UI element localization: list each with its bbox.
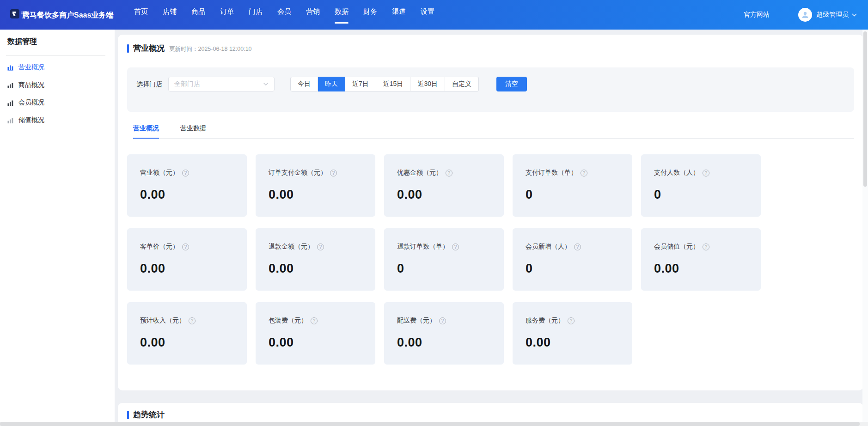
horizontal-scrollbar-thumb[interactable] [0, 422, 860, 426]
nav-item-shop[interactable]: 店铺 [155, 0, 184, 30]
nav-item-settings[interactable]: 设置 [413, 0, 442, 30]
range-button-custom[interactable]: 自定义 [445, 77, 479, 91]
stats-grid: 营业额（元）?0.00订单支付金额（元）?0.00优惠金额（元）?0.00支付订… [127, 154, 854, 365]
sidebar-menu: 营业概况商品概况会员概况储值概况 [0, 59, 115, 129]
help-icon[interactable]: ? [182, 170, 189, 176]
help-icon[interactable]: ? [189, 317, 196, 324]
horizontal-scrollbar[interactable] [0, 422, 868, 426]
section-header: 营业概况 更新时间：2025-06-18 12:00:10 [118, 35, 863, 54]
vertical-scrollbar[interactable] [862, 30, 868, 422]
sidebar-item-business-overview[interactable]: 营业概况 [0, 59, 115, 76]
chevron-down-icon [852, 13, 857, 17]
sidebar-item-goods-overview[interactable]: 商品概况 [0, 76, 115, 94]
stat-value: 0.00 [397, 335, 499, 350]
help-icon[interactable]: ? [703, 170, 709, 176]
brand[interactable]: 腾马餐饮多商户Saas业务端 [10, 9, 120, 20]
official-site-link[interactable]: 官方网站 [744, 11, 770, 19]
stat-card: 会员新增（人）?0 [513, 228, 632, 291]
chevron-down-icon [263, 82, 269, 86]
range-button-last15days[interactable]: 近15日 [376, 77, 411, 91]
title-accent-bar [127, 411, 129, 419]
store-select-placeholder: 全部门店 [174, 80, 200, 88]
stat-card: 预计收入（元）?0.00 [127, 302, 247, 365]
updated-time: 更新时间：2025-06-18 12:00:10 [169, 44, 252, 53]
sidebar-item-label: 商品概况 [18, 81, 44, 89]
business-overview-panel: 营业概况 更新时间：2025-06-18 12:00:10 选择门店 全部门店 … [118, 35, 863, 390]
bar-chart-icon [7, 117, 14, 124]
range-button-last7days[interactable]: 近7日 [345, 77, 376, 91]
updated-value: 2025-06-18 12:00:10 [198, 46, 252, 52]
stat-value: 0.00 [269, 262, 371, 276]
stat-card: 配送费（元）?0.00 [384, 302, 504, 365]
stat-label-row: 退款金额（元）? [269, 243, 371, 251]
help-icon[interactable]: ? [317, 243, 324, 250]
stat-label-row: 配送费（元）? [397, 316, 499, 325]
tab-business-data[interactable]: 营业数据 [180, 124, 206, 139]
overview-tabs: 营业概况营业数据 [133, 124, 854, 139]
user-name: 超级管理员 [816, 11, 849, 19]
stat-label: 营业额（元） [140, 169, 179, 177]
store-select-label: 选择门店 [136, 77, 162, 91]
stat-label: 会员储值（元） [654, 243, 699, 251]
nav-item-finance[interactable]: 财务 [356, 0, 385, 30]
brand-logo-tagline [21, 12, 28, 15]
main-nav: 首页店铺商品订单门店会员营销数据财务渠道设置 [127, 0, 442, 30]
sidebar-title: 数据管理 [0, 30, 115, 47]
stat-label: 会员新增（人） [526, 243, 571, 251]
sidebar-item-member-overview[interactable]: 会员概况 [0, 94, 115, 111]
nav-item-order[interactable]: 订单 [213, 0, 241, 30]
range-button-yesterday[interactable]: 昨天 [318, 77, 345, 91]
help-icon[interactable]: ? [703, 243, 709, 250]
stat-card: 退款订单数（单）?0 [384, 228, 504, 291]
stat-value: 0.00 [654, 262, 756, 276]
navbar-right: 官方网站 超级管理员 [744, 8, 857, 22]
stat-label-row: 营业额（元）? [140, 169, 242, 177]
nav-item-goods[interactable]: 商品 [184, 0, 213, 30]
stat-label-row: 会员新增（人）? [526, 243, 628, 251]
stat-value: 0.00 [269, 335, 371, 350]
stat-value: 0.00 [526, 335, 628, 350]
help-icon[interactable]: ? [568, 317, 575, 324]
sidebar-item-stored-value-overview[interactable]: 储值概况 [0, 111, 115, 129]
user-menu[interactable]: 超级管理员 [798, 8, 857, 22]
range-button-last30days[interactable]: 近30日 [410, 77, 445, 91]
help-icon[interactable]: ? [182, 243, 189, 250]
bar-chart-icon [7, 99, 14, 106]
help-icon[interactable]: ? [452, 243, 459, 250]
stat-value: 0 [526, 188, 628, 202]
help-icon[interactable]: ? [311, 317, 318, 324]
nav-item-member[interactable]: 会员 [270, 0, 299, 30]
nav-item-data[interactable]: 数据 [327, 0, 356, 30]
brand-title: 腾马餐饮多商户Saas业务端 [22, 10, 115, 20]
stat-label: 支付人数（人） [654, 169, 699, 177]
stat-label-row: 服务费（元）? [526, 316, 628, 325]
vertical-scrollbar-thumb[interactable] [863, 31, 867, 187]
stat-label-row: 退款订单数（单）? [397, 243, 499, 251]
stat-label: 客单价（元） [140, 243, 179, 251]
nav-item-home[interactable]: 首页 [127, 0, 155, 30]
nav-item-channel[interactable]: 渠道 [385, 0, 413, 30]
stat-label-row: 预计收入（元）? [140, 316, 242, 325]
stat-card: 订单支付金额（元）?0.00 [256, 154, 375, 217]
tab-business-overview[interactable]: 营业概况 [133, 124, 159, 139]
brand-logo-glyph [12, 11, 18, 17]
nav-item-marketing[interactable]: 营销 [299, 0, 327, 30]
user-icon [801, 11, 809, 19]
help-icon[interactable]: ? [581, 170, 587, 176]
help-icon[interactable]: ? [330, 170, 337, 176]
stat-label-row: 优惠金额（元）? [397, 169, 499, 177]
range-button-today[interactable]: 今日 [290, 77, 318, 91]
help-icon[interactable]: ? [574, 243, 581, 250]
store-select[interactable]: 全部门店 [168, 77, 275, 91]
stat-label: 订单支付金额（元） [269, 169, 327, 177]
top-navbar: 腾马餐饮多商户Saas业务端 首页店铺商品订单门店会员营销数据财务渠道设置 官方… [0, 0, 868, 30]
sidebar-item-label: 营业概况 [18, 63, 44, 72]
nav-item-store[interactable]: 门店 [241, 0, 270, 30]
stat-label-row: 支付订单数（单）? [526, 169, 628, 177]
help-icon[interactable]: ? [439, 317, 446, 324]
help-icon[interactable]: ? [446, 170, 452, 176]
active-nav-underline [335, 22, 348, 24]
stat-card: 支付订单数（单）?0 [513, 154, 632, 217]
clear-button[interactable]: 清空 [496, 77, 527, 91]
stat-label-row: 支付人数（人）? [654, 169, 756, 177]
